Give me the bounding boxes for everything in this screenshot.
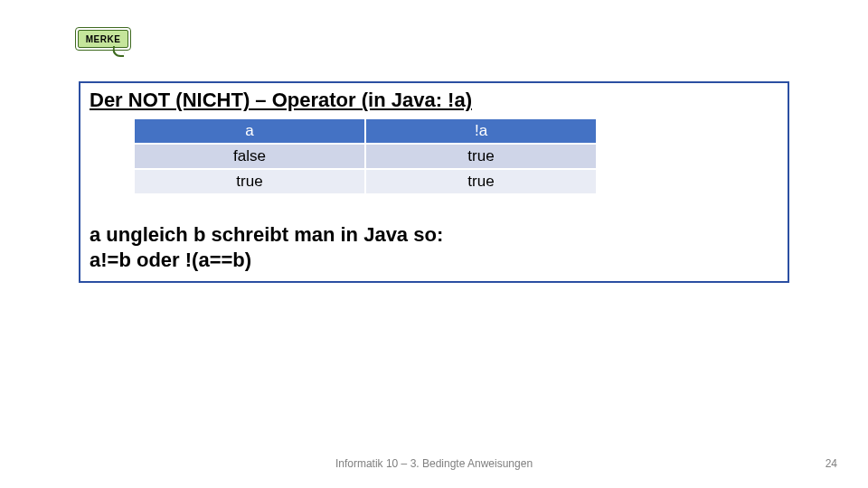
note-text: a ungleich b schreibt man in Java so: a!… <box>90 222 778 272</box>
badge-tail <box>111 46 126 57</box>
cell: true <box>135 169 365 193</box>
cell: true <box>365 169 596 193</box>
page-number: 24 <box>826 457 837 470</box>
table-header-row: a !a <box>135 119 596 144</box>
table-row: true true <box>135 169 596 193</box>
merke-badge: MERKE <box>78 30 128 48</box>
col-header-not-a: !a <box>365 119 596 144</box>
note-line-2: a!=b oder !(a==b) <box>90 248 778 273</box>
note-line-1: a ungleich b schreibt man in Java so: <box>90 222 778 248</box>
section-heading: Der NOT (NICHT) – Operator (in Java: !a) <box>90 89 778 112</box>
col-header-a: a <box>135 119 365 144</box>
cell: false <box>135 144 365 169</box>
cell: true <box>365 144 596 169</box>
content-box: Der NOT (NICHT) – Operator (in Java: !a)… <box>79 81 789 283</box>
truth-table: a !a false true true true <box>135 119 596 193</box>
badge-label: MERKE <box>78 30 128 48</box>
footer-text: Informatik 10 – 3. Bedingte Anweisungen <box>0 457 868 470</box>
table-row: false true <box>135 144 596 169</box>
